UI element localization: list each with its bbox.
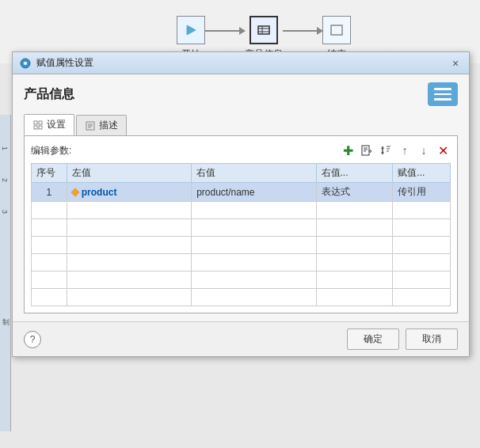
cancel-button[interactable]: 取消 bbox=[406, 328, 458, 350]
svg-point-7 bbox=[24, 62, 27, 65]
col-header-assign: 赋值... bbox=[393, 164, 451, 183]
table-row[interactable]: 1 product product/name 表达式 传引用 bbox=[32, 183, 451, 202]
dialog: 赋值属性设置 × 产品信息 bbox=[12, 51, 470, 357]
svg-marker-22 bbox=[381, 152, 384, 154]
toolbar-icons: ✚ bbox=[340, 142, 451, 158]
cell-left: product bbox=[67, 183, 191, 202]
svg-rect-16 bbox=[362, 146, 369, 155]
table-row-empty-5 bbox=[32, 271, 451, 289]
product-icon bbox=[250, 16, 278, 44]
col-header-seq: 序号 bbox=[32, 164, 67, 183]
tabs-row: 设置 描述 bbox=[24, 114, 458, 136]
desc-tab-icon bbox=[85, 120, 96, 131]
svg-rect-9 bbox=[39, 121, 42, 124]
footer-buttons: 确定 取消 bbox=[347, 328, 458, 350]
content-panel: 编辑参数: ✚ bbox=[24, 136, 458, 313]
settings-tab-icon bbox=[32, 120, 44, 131]
table-row-empty-6 bbox=[32, 289, 451, 306]
tab-settings[interactable]: 设置 bbox=[24, 114, 74, 135]
svg-rect-8 bbox=[34, 121, 37, 124]
move-down-button[interactable]: ↓ bbox=[416, 142, 432, 158]
end-icon bbox=[322, 16, 351, 44]
help-button[interactable]: ? bbox=[24, 331, 41, 348]
svg-marker-0 bbox=[187, 25, 196, 35]
menu-icon-button[interactable] bbox=[428, 82, 458, 106]
sort-button[interactable] bbox=[378, 142, 394, 158]
panel-label: 编辑参数: bbox=[31, 144, 71, 158]
tab-desc-label: 描述 bbox=[99, 119, 118, 132]
svg-marker-21 bbox=[381, 146, 384, 149]
dialog-titlebar: 赋值属性设置 × bbox=[13, 52, 469, 74]
cell-left-text: product bbox=[82, 187, 117, 198]
data-table: 序号 左值 右值 右值... 赋值... 1 product bbox=[31, 163, 451, 306]
start-icon bbox=[177, 16, 205, 44]
left-stripe: 1 2 3 制 bbox=[0, 115, 11, 431]
dialog-title-text: 赋值属性设置 bbox=[36, 56, 444, 70]
col-header-left: 左值 bbox=[67, 164, 191, 183]
dialog-product-title: 产品信息 bbox=[24, 86, 74, 103]
dialog-footer: ? 确定 取消 bbox=[13, 321, 469, 356]
dialog-header-row: 产品信息 bbox=[24, 82, 458, 106]
table-row-empty-3 bbox=[32, 237, 451, 254]
arrow-2 bbox=[283, 30, 322, 32]
import-button[interactable] bbox=[359, 142, 375, 158]
cell-seq: 1 bbox=[32, 183, 67, 202]
svg-rect-11 bbox=[39, 126, 42, 129]
delete-button[interactable]: ✕ bbox=[435, 142, 451, 158]
confirm-button[interactable]: 确定 bbox=[347, 328, 399, 350]
add-button[interactable]: ✚ bbox=[340, 142, 356, 158]
col-header-right: 右值 bbox=[192, 164, 316, 183]
svg-rect-5 bbox=[331, 25, 342, 35]
cell-right: product/name bbox=[192, 183, 316, 202]
move-up-button[interactable]: ↑ bbox=[397, 142, 413, 158]
panel-toolbar: 编辑参数: ✚ bbox=[31, 142, 451, 158]
cell-rightval: 表达式 bbox=[316, 183, 393, 202]
svg-rect-1 bbox=[258, 26, 269, 34]
svg-rect-10 bbox=[34, 126, 37, 129]
close-button[interactable]: × bbox=[448, 56, 463, 70]
table-row-empty-2 bbox=[32, 219, 451, 237]
tab-desc[interactable]: 描述 bbox=[76, 115, 127, 135]
tab-settings-label: 设置 bbox=[47, 118, 66, 131]
dialog-title-icon bbox=[19, 57, 32, 70]
col-header-rightval: 右值... bbox=[316, 164, 393, 183]
dialog-body: 产品信息 设置 bbox=[13, 74, 469, 321]
diamond-icon bbox=[70, 188, 79, 196]
table-row-empty-4 bbox=[32, 254, 451, 271]
arrow-1 bbox=[205, 30, 245, 32]
table-row-empty-1 bbox=[32, 202, 451, 219]
cell-assign: 传引用 bbox=[393, 183, 451, 202]
